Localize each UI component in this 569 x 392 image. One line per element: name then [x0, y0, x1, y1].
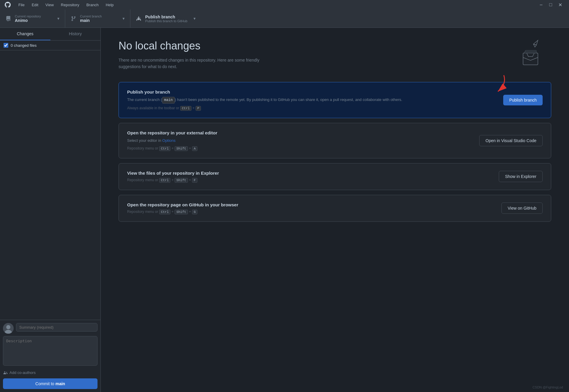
kbd-a: A	[192, 146, 198, 151]
menu-branch[interactable]: Branch	[83, 1, 101, 8]
minimize-button[interactable]: –	[537, 1, 545, 9]
view-on-github-button[interactable]: View on GitHub	[501, 203, 543, 214]
tab-history[interactable]: History	[50, 28, 101, 40]
kbd-f: F	[192, 178, 198, 183]
publish-branch-card-text: Publish your branch The current branch (…	[127, 89, 497, 111]
avatar	[3, 323, 14, 334]
branch-value: main	[80, 18, 102, 23]
publish-title: Publish branch	[145, 15, 187, 19]
close-button[interactable]: ✕	[556, 1, 564, 9]
add-coauthor-button[interactable]: Add co-authors	[3, 369, 98, 376]
commit-btn-branch: main	[55, 381, 65, 386]
svg-point-1	[6, 325, 10, 329]
publish-branch-card-body: The current branch (main) hasn't been pu…	[127, 97, 497, 104]
open-editor-card-text: Open the repository in your external edi…	[127, 130, 473, 151]
open-editor-card-action: Open in Visual Studio Code	[479, 135, 543, 146]
app-logo	[5, 2, 11, 8]
arrow-decoration	[486, 72, 510, 97]
commit-button[interactable]: Commit to main	[3, 378, 98, 389]
main-content: No local changes There are no uncommitte…	[101, 28, 569, 392]
illustration	[510, 37, 545, 72]
svg-rect-5	[525, 50, 536, 52]
kbd-ctrl3: Ctrl	[159, 178, 170, 183]
menu-file[interactable]: File	[15, 1, 28, 8]
show-explorer-card-action: Show in Explorer	[499, 171, 543, 182]
publish-text: Publish branch Publish this branch to Gi…	[145, 15, 187, 23]
menu-edit[interactable]: Edit	[29, 1, 41, 8]
watermark: CSDN @FightingLod	[533, 385, 563, 389]
kbd-shift2: Shift	[175, 178, 188, 183]
commit-area: Add co-authors Commit to main	[0, 320, 100, 392]
coauthor-label: Add co-authors	[9, 370, 36, 375]
tab-changes[interactable]: Changes	[0, 28, 50, 40]
sidebar-tabs: Changes History	[0, 28, 100, 41]
publish-branch-card-title: Publish your branch	[127, 89, 497, 94]
branch-icon	[70, 15, 77, 22]
svg-rect-3	[523, 53, 538, 65]
current-repo-selector[interactable]: Current repository Animo ▼	[0, 9, 65, 28]
view-github-card-text: Open the repository page on GitHub in yo…	[127, 202, 496, 214]
repo-text: Current repository Animo	[15, 15, 41, 23]
menu-help[interactable]: Help	[103, 1, 117, 8]
show-explorer-card-text: View the files of your repository in Exp…	[127, 171, 493, 183]
branch-badge: main	[162, 97, 175, 104]
kbd-shift: Shift	[175, 146, 188, 151]
kbd-g: G	[192, 210, 198, 214]
changed-files-bar: 0 changed files	[0, 41, 100, 50]
menu-bar: File Edit View Repository Branch Help	[15, 1, 116, 8]
no-changes-subtitle: There are no uncommitted changes in this…	[119, 57, 273, 70]
view-github-card-title: Open the repository page on GitHub in yo…	[127, 202, 496, 207]
commit-summary-input[interactable]	[16, 323, 98, 332]
menu-repository[interactable]: Repository	[58, 1, 82, 8]
kbd-p: P	[196, 106, 201, 111]
publish-dropdown-arrow: ▼	[193, 17, 196, 21]
kbd-ctrl2: Ctrl	[159, 146, 170, 151]
view-github-shortcut: Repository menu or Ctrl + Shift + G	[127, 210, 496, 214]
toolbar: Current repository Animo ▼ Current branc…	[0, 9, 569, 28]
repo-label: Current repository	[15, 15, 41, 18]
kbd-shift3: Shift	[175, 210, 188, 214]
open-editor-shortcut: Repository menu or Ctrl + Shift + A	[127, 146, 473, 151]
no-changes-title: No local changes	[119, 40, 551, 52]
branch-text: Current branch main	[80, 15, 102, 23]
select-all-checkbox[interactable]	[4, 43, 8, 48]
repo-value: Animo	[15, 18, 41, 23]
open-editor-card-title: Open the repository in your external edi…	[127, 130, 473, 135]
branch-dropdown-arrow: ▼	[122, 17, 125, 21]
title-bar: File Edit View Repository Branch Help – …	[0, 0, 569, 9]
kbd-ctrl: Ctrl	[180, 106, 191, 111]
show-explorer-shortcut: Repository menu or Ctrl + Shift + F	[127, 178, 493, 183]
main-layout: Changes History 0 changed files	[0, 28, 569, 392]
maximize-button[interactable]: □	[546, 1, 555, 9]
open-in-vscode-button[interactable]: Open in Visual Studio Code	[479, 135, 543, 146]
file-list	[0, 50, 100, 320]
publish-branch-toolbar-btn[interactable]: Publish branch Publish this branch to Gi…	[130, 9, 207, 28]
kbd-ctrl4: Ctrl	[159, 210, 170, 214]
branch-label: Current branch	[80, 15, 102, 18]
view-github-card-action: View on GitHub	[501, 203, 543, 214]
sidebar: Changes History 0 changed files	[0, 28, 101, 392]
repo-icon	[5, 15, 12, 22]
commit-btn-prefix: Commit to	[35, 381, 55, 386]
open-editor-card: Open the repository in your external edi…	[119, 123, 551, 158]
commit-description-input[interactable]	[3, 336, 98, 366]
options-link[interactable]: Options	[162, 138, 176, 143]
publish-icon	[135, 15, 142, 22]
show-explorer-card: View the files of your repository in Exp…	[119, 163, 551, 190]
current-branch-selector[interactable]: Current branch main ▼	[65, 9, 130, 28]
view-github-card: Open the repository page on GitHub in yo…	[119, 195, 551, 222]
show-explorer-card-title: View the files of your repository in Exp…	[127, 171, 493, 176]
publish-subtitle: Publish this branch to GitHub	[145, 19, 187, 23]
publish-branch-shortcut: Always available in the toolbar or Ctrl …	[127, 106, 497, 111]
changed-files-count: 0 changed files	[11, 43, 36, 48]
open-editor-card-body: Select your editor in Options	[127, 138, 473, 144]
window-controls: – □ ✕	[537, 1, 564, 9]
menu-view[interactable]: View	[42, 1, 57, 8]
show-in-explorer-button[interactable]: Show in Explorer	[499, 171, 543, 182]
commit-summary-row	[3, 323, 98, 334]
repo-dropdown-arrow: ▼	[57, 17, 60, 21]
